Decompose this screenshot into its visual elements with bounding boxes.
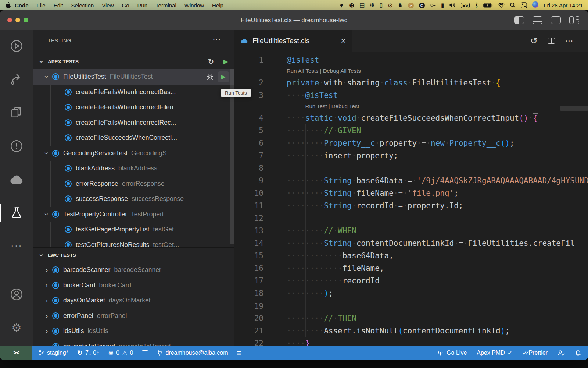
wifi-icon[interactable] bbox=[498, 3, 505, 8]
battery-icon[interactable] bbox=[483, 3, 493, 8]
status-go-live[interactable]: Go Live bbox=[437, 350, 467, 356]
code-line[interactable]: 2private·with·sharing·class·FileUtilitie… bbox=[234, 77, 588, 89]
code-line[interactable]: 6········Property__c·property·=·new·Prop… bbox=[234, 137, 588, 149]
activity-accounts[interactable] bbox=[0, 284, 33, 305]
control-center-icon[interactable] bbox=[521, 2, 527, 8]
creature-icon[interactable]: ♞ bbox=[398, 2, 403, 8]
toggle-sidebar-icon[interactable] bbox=[514, 16, 524, 24]
swirl-icon[interactable]: ❉ bbox=[370, 2, 374, 8]
panel-more-actions-icon[interactable]: ⋯ bbox=[212, 35, 221, 45]
test-tree-item[interactable]: ›navigateToRecordnavigateToRecord bbox=[33, 339, 234, 346]
activity-problems-view[interactable] bbox=[0, 136, 33, 156]
chevron-down-icon[interactable]: › bbox=[43, 73, 51, 81]
chevron-right-icon[interactable]: › bbox=[43, 327, 51, 335]
status-sync-status[interactable]: ↻7↓ 0↑ bbox=[77, 349, 99, 357]
status-problems-status[interactable]: ⊗0⚠0 bbox=[108, 349, 133, 357]
code-line[interactable]: 9········String·base64Data·=·'/9j/4AAQSk… bbox=[234, 174, 588, 187]
test-tree-item[interactable]: createFileFailsWhenIncorrectRec... bbox=[33, 115, 234, 131]
refresh-tests-icon[interactable]: ↻ bbox=[208, 57, 214, 66]
tab-fileutilitiestest[interactable]: FileUtilitiesTest.cls × bbox=[234, 30, 352, 52]
search-icon[interactable] bbox=[510, 2, 516, 8]
codelens[interactable]: Run All Tests | Debug All Tests bbox=[234, 66, 588, 77]
code-area[interactable]: 1@isTestRun All Tests | Debug All Tests2… bbox=[234, 52, 588, 346]
menu-item-help[interactable]: Help bbox=[208, 2, 227, 8]
codelens[interactable]: Run Test | Debug Test bbox=[234, 102, 588, 112]
test-tree-item[interactable]: blankAddressblankAddress bbox=[33, 161, 234, 176]
status-default-org[interactable]: dreamhouse@alba.com bbox=[157, 350, 228, 357]
test-tree-item[interactable]: ›GeocodingServiceTestGeocodingS... bbox=[33, 146, 234, 161]
chevron-right-icon[interactable]: › bbox=[43, 296, 51, 305]
code-line[interactable]: 12 bbox=[234, 212, 588, 224]
toggle-secondary-sidebar-icon[interactable] bbox=[551, 16, 561, 24]
code-line[interactable]: 1@isTest bbox=[234, 54, 588, 66]
code-line[interactable]: 13········//·WHEN bbox=[234, 224, 588, 237]
test-tree-item[interactable]: createFileSucceedsWhenCorrectI... bbox=[33, 130, 234, 146]
menu-item-go[interactable]: Go bbox=[118, 2, 133, 8]
code-line[interactable]: 21········Assert.isNotNull(contentDocume… bbox=[234, 325, 588, 337]
menu-item-window[interactable]: Window bbox=[180, 2, 208, 8]
run-all-tests-icon[interactable]: ▶ bbox=[223, 58, 228, 66]
test-tree-item[interactable]: createFileFailsWhenIncorrectFilen... bbox=[33, 100, 234, 115]
code-line[interactable]: 5········//·GIVEN bbox=[234, 124, 588, 137]
code-line[interactable]: 8 bbox=[234, 162, 588, 174]
code-line[interactable]: 11········String·recordId·=·property.Id; bbox=[234, 199, 588, 212]
test-tree-item[interactable]: ›ldsUtilsldsUtils bbox=[33, 323, 234, 339]
code-line[interactable]: 7········insert·property; bbox=[234, 149, 588, 162]
remote-indicator[interactable]: >< bbox=[0, 346, 32, 360]
status-notifications[interactable] bbox=[575, 350, 581, 357]
activity-manage-settings[interactable]: ⚙ bbox=[0, 317, 33, 338]
minimize-window-button[interactable] bbox=[15, 18, 20, 22]
chevron-right-icon[interactable]: › bbox=[43, 266, 51, 274]
code-line[interactable]: 18········); bbox=[234, 287, 588, 300]
activity-testing-view[interactable] bbox=[0, 202, 33, 223]
slash-icon[interactable]: ⊘ bbox=[388, 2, 392, 9]
menu-item-terminal[interactable]: Terminal bbox=[151, 2, 180, 8]
location-icon[interactable]: ➤ bbox=[339, 2, 344, 8]
code-line[interactable]: 16············fileName, bbox=[234, 262, 588, 275]
meter-icon[interactable]: ▮ bbox=[441, 2, 444, 8]
run-test-button[interactable]: ▶ bbox=[218, 71, 229, 82]
code-line[interactable]: 17············recordId bbox=[234, 275, 588, 287]
code-line[interactable]: 4····static·void·createFileSucceedsWhenC… bbox=[234, 112, 588, 124]
chevron-right-icon[interactable]: › bbox=[43, 342, 51, 346]
key-icon[interactable] bbox=[430, 2, 436, 8]
chevron-down-icon[interactable]: › bbox=[43, 210, 51, 218]
section-apex-tests[interactable]: › APEX TESTS ↻ ▶ bbox=[33, 54, 234, 68]
code-line[interactable]: 3····@isTest bbox=[234, 89, 588, 102]
chevron-down-icon[interactable]: › bbox=[43, 149, 51, 157]
close-window-button[interactable] bbox=[7, 18, 12, 22]
menu-item-code[interactable]: Code bbox=[11, 2, 33, 8]
test-tree-item[interactable]: ›FileUtilitiesTestFileUtilitiesTest▶ bbox=[33, 69, 234, 85]
zoom-window-button[interactable] bbox=[24, 18, 28, 22]
test-tree-item[interactable]: successResponsesuccessResponse bbox=[33, 191, 234, 207]
activity-more-views[interactable]: ··· bbox=[0, 235, 33, 256]
split-editor-icon[interactable] bbox=[548, 38, 555, 44]
test-tree-item[interactable]: ›errorPanelerrorPanel bbox=[33, 308, 234, 324]
code-line[interactable]: 19 bbox=[234, 300, 588, 312]
customize-layout-icon[interactable] bbox=[569, 16, 579, 24]
chevron-right-icon[interactable]: › bbox=[43, 281, 51, 290]
close-tab-icon[interactable]: × bbox=[341, 36, 346, 46]
status-panel-toggle[interactable] bbox=[142, 350, 148, 355]
code-line[interactable]: 14········String·contentDocumentLinkId·=… bbox=[234, 237, 588, 250]
section-lwc-tests[interactable]: › LWC TESTS bbox=[33, 247, 234, 262]
menu-item-selection[interactable]: Selection bbox=[67, 2, 98, 8]
status-org-menu[interactable]: ≡ bbox=[237, 349, 241, 357]
apple-icon[interactable] bbox=[5, 2, 11, 8]
menu-item-edit[interactable]: Edit bbox=[50, 2, 67, 8]
activity-org-browser-view[interactable] bbox=[0, 169, 33, 190]
test-tree-item[interactable]: ›TestPropertyControllerTestPropert... bbox=[33, 207, 234, 222]
timeline-history-icon[interactable]: ↺ bbox=[530, 36, 538, 46]
volume-icon[interactable] bbox=[449, 3, 456, 8]
input-source-badge[interactable]: ES bbox=[461, 3, 469, 8]
test-tree-item[interactable]: ›brokerCardbrokerCard bbox=[33, 278, 234, 293]
chevron-badge-icon[interactable]: > bbox=[408, 2, 414, 8]
pill-icon[interactable]: ▯ bbox=[380, 2, 383, 8]
code-line[interactable]: 22····} bbox=[234, 337, 588, 346]
test-tree-item[interactable]: ›barcodeScannerbarcodeScanner bbox=[33, 262, 234, 278]
menu-bar-clock[interactable]: Fri 28 Apr 14:21 bbox=[544, 2, 583, 8]
menu-item-file[interactable]: File bbox=[33, 2, 50, 8]
test-tree-item[interactable]: errorResponseerrorResponse bbox=[33, 176, 234, 192]
chevron-right-icon[interactable]: › bbox=[43, 312, 51, 320]
activity-deploy-view[interactable] bbox=[0, 69, 33, 89]
